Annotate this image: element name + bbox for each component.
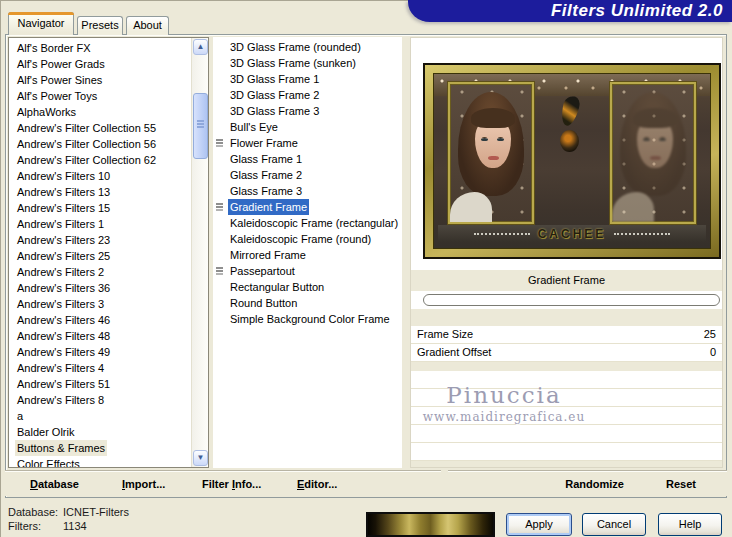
- filter-item[interactable]: Round Button: [213, 295, 402, 311]
- category-item[interactable]: Andrew's Filters 15: [9, 200, 191, 216]
- status-database-label: Database:: [8, 506, 58, 518]
- filter-item[interactable]: Gradient Frame: [213, 199, 402, 215]
- filter-item[interactable]: Flower Frame: [213, 135, 402, 151]
- filter-item[interactable]: Kaleidoscopic Frame (round): [213, 231, 402, 247]
- category-item[interactable]: Alf's Power Sines: [9, 72, 191, 88]
- category-item[interactable]: Andrew's Filters 49: [9, 344, 191, 360]
- category-list: Alf's Border FXAlf's Power GradsAlf's Po…: [9, 40, 191, 467]
- filter-item[interactable]: Mirrored Frame: [213, 247, 402, 263]
- category-item[interactable]: Andrew's Filters 51: [9, 376, 191, 392]
- database-button[interactable]: Database: [30, 471, 79, 497]
- filter-item[interactable]: 3D Glass Frame (rounded): [213, 39, 402, 55]
- param-empty-row: [411, 443, 722, 461]
- import-button[interactable]: Import...: [122, 471, 165, 497]
- gradient-swatch: [366, 512, 495, 537]
- scroll-down-icon[interactable]: ▼: [193, 450, 208, 466]
- preset-grip-icon: [216, 267, 223, 269]
- status-filters-label: Filters:: [8, 520, 41, 532]
- category-item[interactable]: Andrew's Filter Collection 62: [9, 152, 191, 168]
- param-empty-row: [411, 425, 722, 443]
- category-item[interactable]: Andrew's Filter Collection 55: [9, 120, 191, 136]
- filter-item[interactable]: 3D Glass Frame (sunken): [213, 55, 402, 71]
- apply-button[interactable]: Apply: [506, 513, 572, 536]
- filter-info-button[interactable]: Filter Info...: [202, 471, 261, 497]
- status-database-value: ICNET-Filters: [63, 506, 129, 518]
- param-slider-row[interactable]: Frame Size25: [411, 326, 722, 344]
- category-item[interactable]: Andrew's Filters 46: [9, 312, 191, 328]
- separator-band: [411, 309, 722, 326]
- filter-item[interactable]: Passepartout: [213, 263, 402, 279]
- param-name: Frame Size: [411, 326, 473, 343]
- category-scrollbar[interactable]: ▲ ▼: [191, 38, 208, 467]
- filter-item[interactable]: Glass Frame 3: [213, 183, 402, 199]
- help-button[interactable]: Help: [658, 513, 722, 536]
- param-empty-row: [411, 407, 722, 425]
- category-item[interactable]: Andrew's Filters 23: [9, 232, 191, 248]
- filter-item[interactable]: 3D Glass Frame 2: [213, 87, 402, 103]
- filter-item[interactable]: 3D Glass Frame 1: [213, 71, 402, 87]
- editor-button[interactable]: Editor...: [297, 471, 337, 497]
- category-listbox: Alf's Border FXAlf's Power GradsAlf's Po…: [8, 37, 209, 468]
- category-item[interactable]: Andrew's Filters 4: [9, 360, 191, 376]
- preview-portrait-panel: [448, 82, 534, 224]
- param-value: 0: [710, 344, 722, 361]
- category-item[interactable]: Andrew's Filters 13: [9, 184, 191, 200]
- app-title-banner: Filters Unlimited 2.0: [408, 0, 732, 22]
- cancel-button[interactable]: Cancel: [582, 513, 646, 536]
- param-empty-row: [411, 371, 722, 389]
- category-item[interactable]: Andrew's Filters 48: [9, 328, 191, 344]
- tab-presets[interactable]: Presets: [77, 16, 123, 35]
- preview-mirror-panel: [610, 82, 696, 224]
- param-name: Gradient Offset: [411, 344, 491, 361]
- param-value: 25: [704, 326, 722, 343]
- preview-caption-text: CACHEE: [538, 227, 607, 241]
- tab-navigator[interactable]: Navigator: [8, 12, 74, 35]
- scroll-up-icon[interactable]: ▲: [193, 39, 208, 55]
- right-menu-strip: Randomize Reset: [448, 470, 727, 496]
- preview-progress-bar: [423, 294, 720, 306]
- category-item[interactable]: Buttons & Frames: [9, 440, 191, 456]
- portrait-ghost: [612, 84, 694, 222]
- param-slider-row[interactable]: Gradient Offset0: [411, 344, 722, 362]
- preview-panel: CACHEE Gradient Frame Frame Size25Gradie…: [410, 37, 723, 468]
- preset-grip-icon: [216, 203, 223, 205]
- filter-item[interactable]: Rectangular Button: [213, 279, 402, 295]
- preview-caption-strip: CACHEE: [438, 225, 706, 242]
- status-filters-value: 1134: [63, 520, 87, 532]
- filter-item[interactable]: Glass Frame 1: [213, 151, 402, 167]
- filter-item[interactable]: Simple Background Color Frame: [213, 311, 402, 327]
- scrollbar-thumb[interactable]: [193, 93, 208, 159]
- category-item[interactable]: Andrew's Filters 2: [9, 264, 191, 280]
- category-item[interactable]: AlphaWorks: [9, 104, 191, 120]
- preview-artwork: CACHEE: [433, 73, 711, 249]
- selected-filter-title: Gradient Frame: [411, 270, 722, 291]
- category-item[interactable]: Alf's Power Toys: [9, 88, 191, 104]
- portrait-woman: [450, 84, 532, 222]
- preset-grip-icon: [216, 139, 223, 141]
- category-item[interactable]: Alf's Border FX: [9, 40, 191, 56]
- category-item[interactable]: Andrew's Filters 36: [9, 280, 191, 296]
- randomize-button[interactable]: Randomize: [565, 471, 624, 497]
- filter-list: 3D Glass Frame (rounded)3D Glass Frame (…: [213, 37, 402, 468]
- category-item[interactable]: Color Effects: [9, 456, 191, 467]
- filter-item[interactable]: Kaleidoscopic Frame (rectangular): [213, 215, 402, 231]
- filter-item[interactable]: Glass Frame 2: [213, 167, 402, 183]
- category-item[interactable]: Andrew's Filter Collection 56: [9, 136, 191, 152]
- left-menu-strip: Database Import... Filter Info... Editor…: [5, 470, 441, 496]
- filter-item[interactable]: Bull's Eye: [213, 119, 402, 135]
- category-item[interactable]: a: [9, 408, 191, 424]
- preview-image[interactable]: CACHEE: [423, 63, 721, 259]
- reset-button[interactable]: Reset: [666, 471, 696, 497]
- category-item[interactable]: Andrew's Filters 25: [9, 248, 191, 264]
- category-item[interactable]: Balder Olrik: [9, 424, 191, 440]
- category-item[interactable]: Andrew's Filters 8: [9, 392, 191, 408]
- category-item[interactable]: Andrew's Filters 3: [9, 296, 191, 312]
- category-item[interactable]: Andrew's Filters 10: [9, 168, 191, 184]
- parameter-list: Frame Size25Gradient Offset0: [411, 326, 722, 467]
- category-item[interactable]: Andrew's Filters 1: [9, 216, 191, 232]
- filter-item[interactable]: 3D Glass Frame 3: [213, 103, 402, 119]
- hanging-bird-figure: [559, 95, 582, 128]
- param-empty-row: [411, 389, 722, 407]
- category-item[interactable]: Alf's Power Grads: [9, 56, 191, 72]
- tab-about[interactable]: About: [126, 16, 169, 35]
